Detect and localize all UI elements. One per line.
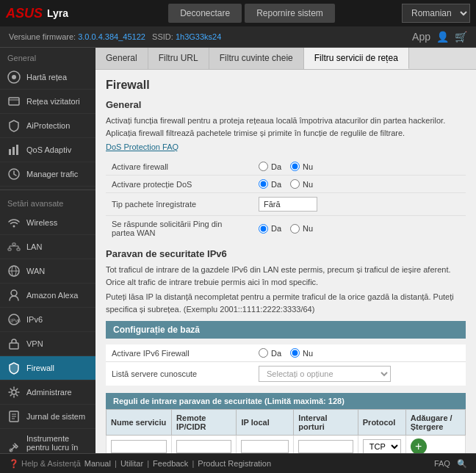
remote-ip-input[interactable] [176,440,231,453]
help-label: ❓ Help & Asistență [9,459,81,468]
sidebar-item-instrumente[interactable]: Instrumente pentru lucru în rețea [0,429,95,453]
firewall-da-text: Da [271,162,281,171]
svg-rect-5 [12,147,15,155]
sidebar-item-alexa[interactable]: Amazon Alexa [0,284,95,308]
sidebar-item-harta[interactable]: Hartă rețea [0,65,95,90]
firmware-version[interactable]: 3.0.0.4.384_45122 [78,32,145,41]
row-known-servers: Listă servere cunoscute Selectați o opți… [106,362,466,386]
sidebar: General Hartă rețea Rețea vizitatori AiP… [0,48,95,453]
cart-icon[interactable]: 🛒 [455,31,467,43]
sidebar-item-vpn[interactable]: VPN [0,332,95,356]
language-select[interactable]: Romanian [402,4,470,23]
remote-ip-cell [172,436,237,454]
sidebar-label-wan: WAN [26,267,45,275]
sidebar-divider [0,189,95,190]
dos-nu-radio[interactable] [290,179,300,189]
search-icon[interactable]: 🔍 [457,459,467,468]
sidebar-item-firewall[interactable]: Firewall [0,356,95,380]
known-servers-label: Listă servere cunoscute [106,362,253,386]
row-packet-type: Tip pachete înregistrate [106,193,466,216]
row-ping: Se răspunde solicitării Ping din partea … [106,216,466,242]
dos-da-text: Da [271,180,281,189]
dos-label: Activare protecție DoS [106,176,253,193]
dos-da-radio[interactable] [259,179,268,189]
firewall-nu-radio[interactable] [290,162,300,171]
utilitar-link[interactable]: Utilitar [120,459,143,468]
ping-da-label[interactable]: Da [259,224,281,234]
firewall-nu-label[interactable]: Nu [290,162,313,171]
sidebar-item-vizitatori[interactable]: Rețea vizitatori [0,90,95,114]
tab-keyword-filter[interactable]: Filtru cuvinte cheie [209,48,304,69]
feedback-link[interactable]: Feedback [153,459,188,468]
sidebar-item-manager[interactable]: Manager trafic [0,162,95,187]
ping-da-text: Da [271,224,281,233]
content-area: General Filtru URL Filtru cuvinte cheie … [95,48,476,453]
packet-type-input[interactable] [259,197,317,212]
ipv6-da-label[interactable]: Da [259,348,281,358]
ipv6-config-table: Activare IPv6 Firewall Da Nu [106,344,466,386]
firmware-bar: Versiune firmware: 3.0.0.4.384_45122 SSI… [0,26,476,48]
sidebar-item-wan[interactable]: WAN [0,259,95,284]
rules-table-header-row: Nume serviciu Remote IP/CIDR IP local In… [107,410,466,436]
bottom-links: ❓ Help & Asistență Manual | Utilitar | F… [9,459,273,469]
sidebar-label-firewall: Firewall [26,364,54,372]
user-icon[interactable]: 👤 [436,31,449,43]
local-ip-input[interactable] [241,440,289,453]
faq-link[interactable]: DoS Protection FAQ [106,142,178,151]
ipv6-desc2: Puteți lăsa IP la distanță necompletat p… [106,291,466,315]
firewall-da-radio[interactable] [259,162,268,171]
sidebar-label-alexa: Amazon Alexa [26,291,78,300]
ping-da-radio[interactable] [259,224,268,234]
sidebar-label-jurnal: Jurnal de sistem [26,412,85,421]
registration-link[interactable]: Product Registration [198,459,271,468]
sidebar-label-vpn: VPN [26,339,43,348]
protocol-select[interactable]: TCP [363,439,401,453]
sidebar-label-vizitatori: Rețea vizitatori [26,97,80,106]
firewall-da-label[interactable]: Da [259,162,281,171]
dos-nu-label[interactable]: Nu [290,179,313,189]
svg-point-15 [11,290,17,296]
ipv6-section: Paravan de securitate IPv6 Tot traficul … [106,248,466,386]
firmware-icons: App 👤 🛒 [412,31,467,43]
sidebar-item-administrare[interactable]: Administrare [0,380,95,405]
ipv6-da-radio[interactable] [259,348,268,358]
dos-da-label[interactable]: Da [259,179,281,189]
ipv6-nu-label[interactable]: Nu [290,348,313,358]
general-subsection-title: General [106,99,466,110]
sidebar-label-aiprotection: AiProtection [26,121,70,130]
ipv6-nu-text: Nu [303,349,313,358]
ping-nu-radio[interactable] [290,224,300,234]
sidebar-item-jurnal[interactable]: Jurnal de sistem [0,405,95,429]
firmware-label: Versiune firmware: [9,32,76,41]
tab-general[interactable]: General [95,48,148,69]
sidebar-item-wireless[interactable]: Wireless [0,211,95,235]
add-rule-button[interactable]: + [411,438,427,453]
network-map-icon [7,71,21,84]
content-inner: Firewall General Activați funcția firewa… [95,70,476,453]
faq-label[interactable]: FAQ [434,459,450,468]
svg-point-8 [13,225,15,228]
col-service-name: Nume serviciu [107,410,172,436]
firewall-nu-text: Nu [303,162,313,171]
sidebar-item-aiprotection[interactable]: AiProtection [0,114,95,138]
main-layout: General Hartă rețea Rețea vizitatori AiP… [0,48,476,453]
ipv6-nu-radio[interactable] [290,348,300,358]
sidebar-item-lan[interactable]: LAN [0,235,95,259]
sidebar-item-ipv6[interactable]: IPv6 IPv6 [0,308,95,332]
page-title: Firewall [106,79,466,92]
known-servers-select[interactable]: Selectați o opțiune [259,366,391,382]
svg-text:IPv6: IPv6 [10,318,21,323]
ipv6-firewall-radios: Da Nu [253,344,466,362]
rules-table-header: Reguli de intrare paravan de securitate … [106,393,466,409]
manual-link[interactable]: Manual [84,459,111,468]
tab-network-filter[interactable]: Filtru servicii de rețea [304,48,409,69]
service-name-input[interactable] [111,440,167,453]
port-range-input[interactable] [298,440,353,453]
reboot-button[interactable]: Repornire sistem [245,4,335,23]
ssid-value[interactable]: 1h3G33ks24 [176,32,221,41]
ping-nu-label[interactable]: Nu [290,224,313,234]
sidebar-item-qos[interactable]: QoS Adaptiv [0,138,95,162]
disconnect-button[interactable]: Deconectare [168,4,242,23]
top-bar: ASUS Lyra Deconectare Repornire sistem R… [0,0,476,26]
tab-url-filter[interactable]: Filtru URL [148,48,209,69]
